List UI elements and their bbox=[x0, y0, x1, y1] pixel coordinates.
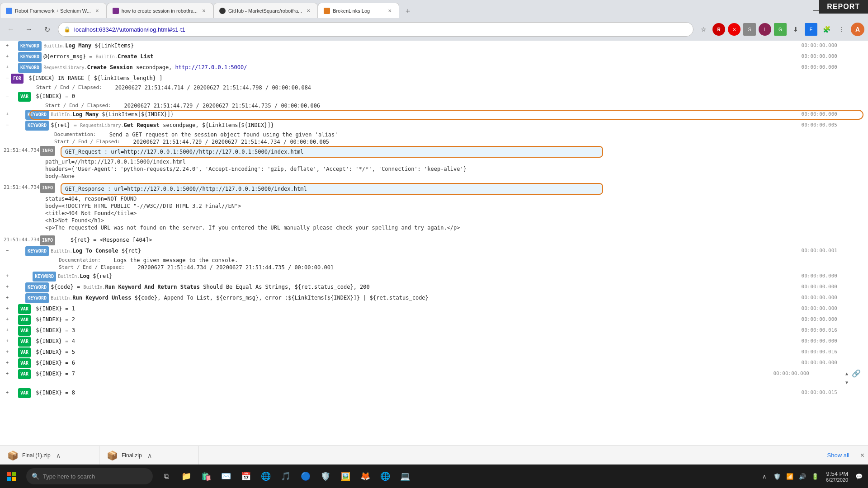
sub-info: path_url=//http://127.0.0.1:5000/index.h… bbox=[0, 158, 868, 165]
extension-icon-3[interactable]: S bbox=[743, 23, 756, 36]
tab-favicon-1 bbox=[6, 8, 12, 14]
address-box[interactable]: 🔒 localhost:63342/Automation/log.html#s1… bbox=[58, 22, 693, 37]
antivirus-tray-icon[interactable]: 🛡️ bbox=[772, 471, 783, 482]
var-badge: VAR bbox=[18, 315, 31, 325]
method-name: Run Keyword Unless bbox=[72, 295, 131, 301]
documentation-line: Documentation: Logs the given message to… bbox=[0, 257, 868, 264]
taskbar-search[interactable]: 🔍 bbox=[26, 468, 153, 484]
tab-2[interactable]: how to create session in robotfra... × bbox=[107, 3, 213, 18]
info-line: Start / End / Elapsed: 20200627 21:51:44… bbox=[0, 138, 868, 145]
new-tab-button[interactable]: + bbox=[401, 5, 415, 18]
extension-icon-4[interactable]: L bbox=[759, 23, 771, 36]
bookmark-icon[interactable]: ☆ bbox=[697, 23, 710, 36]
download-close-button[interactable]: × bbox=[857, 451, 868, 460]
forward-button[interactable]: → bbox=[22, 22, 36, 37]
report-badge[interactable]: REPORT bbox=[819, 0, 868, 14]
edge-button[interactable]: 🔵 bbox=[296, 466, 316, 486]
extension-icon-6[interactable]: ⬇ bbox=[789, 23, 802, 36]
tab-1[interactable]: Robot Framework + Selenium W... × bbox=[0, 3, 107, 18]
builtin-label: RequestsLibrary. bbox=[43, 65, 87, 70]
extensions-button[interactable]: 🧩 bbox=[820, 23, 833, 36]
method-name: Create Session bbox=[87, 64, 132, 70]
toolbar-icons: ☆ R ✕ S L G ⬇ E 🧩 ⋮ A bbox=[697, 23, 864, 36]
tab-close-3[interactable]: × bbox=[305, 7, 312, 14]
tab-close-2[interactable]: × bbox=[200, 7, 208, 14]
antivirus-button[interactable]: 🛡️ bbox=[316, 466, 335, 486]
clock[interactable]: 9:54 PM 6/27/2020 bbox=[821, 470, 853, 483]
log-time: 00:00:00.000 bbox=[802, 110, 864, 119]
scroll-up-icon[interactable]: ▲ bbox=[845, 369, 848, 378]
show-hidden-icon[interactable]: ∧ bbox=[759, 471, 770, 482]
ide-icon: 💻 bbox=[400, 471, 410, 481]
firefox-button[interactable]: 🦊 bbox=[355, 466, 375, 486]
extension-icon-1[interactable]: R bbox=[712, 23, 725, 36]
mail-icon: ✉️ bbox=[221, 471, 231, 481]
log-row-for: − FOR ${INDEX} IN RANGE [ ${linkItems_le… bbox=[0, 73, 868, 84]
battery-icon[interactable]: 🔋 bbox=[810, 471, 821, 482]
calendar-button[interactable]: 📅 bbox=[236, 466, 256, 486]
menu-button[interactable]: ⋮ bbox=[835, 23, 848, 36]
expand-button[interactable]: + bbox=[4, 388, 11, 397]
expand-button[interactable]: + bbox=[4, 369, 11, 378]
tab-3[interactable]: GitHub - MarketSquare/robotfra... × bbox=[213, 3, 318, 18]
expand-button[interactable]: − bbox=[4, 92, 11, 101]
expand-button[interactable]: − bbox=[4, 246, 11, 255]
log-content: BuiltIn.Log Many ${LinkItems[${INDEX}]} bbox=[51, 110, 801, 119]
network-tray-icon[interactable]: 📶 bbox=[784, 471, 795, 482]
keyword-badge: KEYWORD bbox=[25, 282, 49, 292]
expand-button[interactable]: + bbox=[4, 272, 11, 281]
info-timestamp: 21:51:44.734 bbox=[4, 146, 40, 155]
extension-icon-5[interactable]: G bbox=[774, 23, 787, 36]
tab-title-4: BrokenLinks Log bbox=[333, 8, 383, 14]
volume-icon[interactable]: 🔊 bbox=[797, 471, 808, 482]
var-badge: VAR bbox=[18, 388, 31, 398]
show-all-button[interactable]: Show all bbox=[820, 449, 857, 461]
expand-button[interactable]: + bbox=[4, 41, 11, 50]
expand-button[interactable]: + bbox=[4, 293, 11, 302]
download-chevron-1[interactable]: ∧ bbox=[56, 452, 61, 459]
expand-button[interactable]: + bbox=[4, 110, 11, 119]
network-button[interactable]: 🌐 bbox=[375, 466, 395, 486]
reload-button[interactable]: ↻ bbox=[40, 22, 54, 37]
expand-button[interactable]: + bbox=[4, 315, 11, 324]
url-link[interactable]: http://127.0.0.1:5000/ bbox=[175, 64, 247, 70]
ide-button[interactable]: 💻 bbox=[395, 466, 415, 486]
music-button[interactable]: 🎵 bbox=[276, 466, 296, 486]
expand-button[interactable]: + bbox=[4, 63, 11, 72]
profile-button[interactable]: A bbox=[851, 23, 864, 36]
expand-button[interactable]: + bbox=[4, 347, 11, 357]
store-button[interactable]: 🛍️ bbox=[196, 466, 216, 486]
download-chevron-2[interactable]: ∧ bbox=[147, 452, 152, 459]
back-button[interactable]: ← bbox=[4, 22, 18, 37]
expand-button[interactable]: + bbox=[4, 304, 11, 313]
expand-button[interactable]: + bbox=[4, 337, 11, 346]
start-button[interactable] bbox=[0, 465, 23, 488]
expand-button[interactable]: − bbox=[4, 74, 11, 83]
notification-icon[interactable]: 💬 bbox=[854, 471, 864, 482]
builtin-label: BuiltIn. bbox=[58, 274, 80, 279]
search-input[interactable] bbox=[43, 473, 124, 480]
file-explorer-button[interactable]: 📁 bbox=[176, 466, 196, 486]
expand-button[interactable]: + bbox=[4, 326, 11, 335]
log-content: ${INDEX} = 3 bbox=[33, 326, 801, 335]
tab-close-1[interactable]: × bbox=[94, 7, 101, 14]
log-row: + KEYWORD ${code} = BuiltIn.Run Keyword … bbox=[0, 282, 868, 293]
keyword-badge: KEYWORD bbox=[25, 246, 49, 256]
expand-button[interactable]: − bbox=[4, 121, 11, 130]
task-view-button[interactable]: ⧉ bbox=[156, 466, 176, 486]
scroll-down-icon[interactable]: ▼ bbox=[845, 378, 848, 387]
photos-button[interactable]: 🖼️ bbox=[335, 466, 355, 486]
tab-4[interactable]: BrokenLinks Log × bbox=[318, 3, 399, 18]
music-icon: 🎵 bbox=[281, 471, 291, 481]
expand-button[interactable]: + bbox=[4, 358, 11, 367]
mail-button[interactable]: ✉️ bbox=[216, 466, 236, 486]
expand-button[interactable]: + bbox=[4, 282, 11, 291]
tab-close-4[interactable]: × bbox=[386, 7, 393, 14]
log-row-var-5: + VAR ${INDEX} = 5 00:00:00.016 bbox=[0, 347, 868, 358]
extension-icon-7[interactable]: E bbox=[805, 23, 817, 36]
chrome-button[interactable]: 🌐 bbox=[256, 466, 276, 486]
link-icon[interactable]: 🔗 bbox=[852, 369, 864, 378]
extension-icon-2[interactable]: ✕ bbox=[728, 23, 741, 36]
browser-chrome: Robot Framework + Selenium W... × how to… bbox=[0, 0, 868, 41]
expand-button[interactable]: + bbox=[4, 52, 11, 61]
